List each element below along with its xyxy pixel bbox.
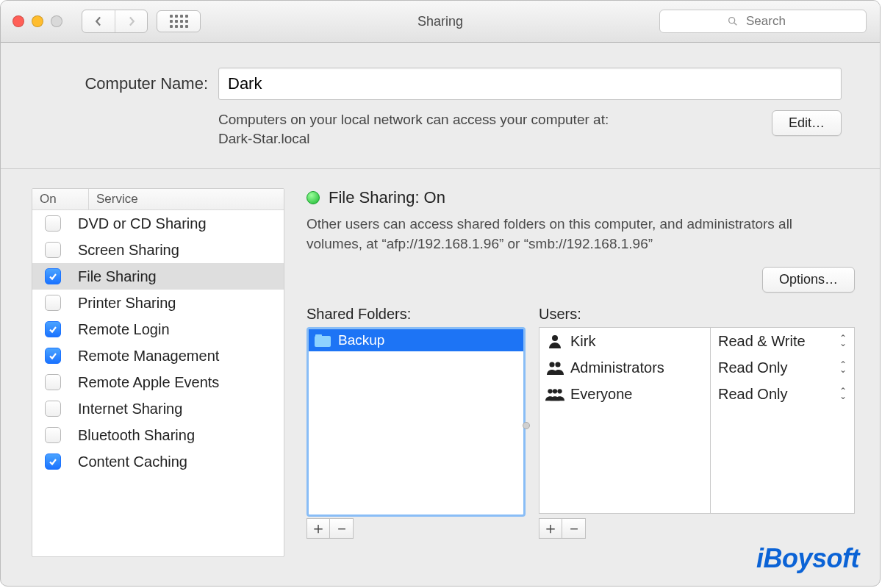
forward-button[interactable]: [115, 10, 147, 32]
options-button[interactable]: Options…: [762, 267, 855, 293]
toolbar: Sharing: [1, 1, 880, 43]
window-title: Sharing: [417, 14, 463, 29]
user-name: Kirk: [570, 333, 595, 350]
service-name: Printer Sharing: [74, 295, 176, 312]
service-name: Screen Sharing: [74, 242, 179, 259]
status-row: File Sharing: On: [306, 188, 855, 207]
permission-stepper-icon[interactable]: ⌃⌄: [839, 362, 847, 373]
services-table[interactable]: On Service DVD or CD SharingScreen Shari…: [32, 188, 284, 557]
local-access-description: Computers on your local network can acce…: [218, 110, 609, 148]
user-row[interactable]: Kirk: [539, 328, 710, 354]
service-checkbox[interactable]: [45, 242, 61, 258]
service-checkbox[interactable]: [45, 453, 61, 470]
shared-folders-buttons: ＋ －: [306, 518, 526, 539]
service-name: DVD or CD Sharing: [74, 215, 207, 232]
service-row[interactable]: Internet Sharing: [32, 395, 284, 422]
permission-row[interactable]: Read Only⌃⌄: [711, 381, 854, 407]
service-checkbox[interactable]: [45, 374, 61, 390]
computer-name-input[interactable]: [218, 68, 842, 100]
service-checkbox[interactable]: [45, 215, 61, 232]
permission-row[interactable]: Read & Write⌃⌄: [711, 328, 854, 354]
service-row[interactable]: Screen Sharing: [32, 237, 284, 263]
check-icon: [49, 325, 57, 334]
window-controls: [12, 15, 62, 27]
service-row[interactable]: Remote Management: [32, 343, 284, 369]
watermark: iBoysoft: [756, 543, 859, 574]
resize-handle-icon[interactable]: [523, 422, 530, 429]
status-description: Other users can access shared folders on…: [306, 215, 843, 254]
shared-folders-label: Shared Folders:: [306, 306, 526, 323]
user-row[interactable]: Everyone: [539, 381, 710, 407]
back-button[interactable]: [82, 10, 115, 32]
check-icon: [49, 272, 57, 281]
service-name: Remote Management: [74, 348, 219, 365]
service-name: Internet Sharing: [74, 401, 182, 417]
permission-row[interactable]: Read Only⌃⌄: [711, 354, 854, 381]
shared-folder-row[interactable]: Backup: [309, 329, 523, 351]
column-service: Service: [89, 189, 146, 209]
svg-point-6: [553, 390, 557, 394]
group-icon: [546, 360, 564, 375]
show-all-button[interactable]: [157, 10, 201, 32]
add-user-button[interactable]: ＋: [539, 518, 562, 539]
column-on: On: [32, 189, 89, 209]
permission-stepper-icon[interactable]: ⌃⌄: [839, 336, 847, 346]
add-folder-button[interactable]: ＋: [306, 518, 330, 539]
search-field[interactable]: [659, 10, 867, 33]
service-row[interactable]: DVD or CD Sharing: [32, 210, 284, 237]
everyone-icon: [545, 387, 564, 401]
service-checkbox[interactable]: [45, 401, 61, 417]
users-label: Users:: [539, 306, 855, 323]
service-detail: File Sharing: On Other users can access …: [306, 188, 855, 557]
service-row[interactable]: Content Caching: [32, 448, 284, 475]
status-title: File Sharing: On: [329, 188, 445, 207]
body: On Service DVD or CD SharingScreen Shari…: [1, 169, 880, 576]
chevron-right-icon: [126, 16, 137, 26]
status-indicator-icon: [306, 191, 320, 204]
service-row[interactable]: Bluetooth Sharing: [32, 422, 284, 448]
shared-folders-column: Shared Folders: Backup ＋ －: [306, 306, 526, 539]
permission-value: Read Only: [718, 386, 788, 403]
user-row[interactable]: Administrators: [539, 354, 710, 381]
minimize-window-button[interactable]: [32, 15, 43, 27]
remove-folder-button[interactable]: －: [330, 518, 354, 539]
search-icon: [727, 15, 739, 27]
service-row[interactable]: Printer Sharing: [32, 290, 284, 316]
svg-point-7: [557, 390, 562, 394]
shared-folders-list[interactable]: Backup: [306, 327, 526, 517]
service-row[interactable]: Remote Login: [32, 316, 284, 343]
service-checkbox[interactable]: [45, 295, 61, 311]
grid-icon: [170, 15, 188, 28]
computer-name-label: Computer Name:: [39, 74, 208, 93]
svg-point-3: [549, 362, 554, 368]
permission-value: Read & Write: [718, 333, 806, 350]
service-name: Content Caching: [74, 453, 187, 470]
check-icon: [49, 457, 57, 466]
svg-point-4: [555, 362, 560, 368]
permission-stepper-icon[interactable]: ⌃⌄: [839, 389, 847, 399]
service-row[interactable]: Remote Apple Events: [32, 369, 284, 395]
user-name: Administrators: [570, 359, 664, 376]
search-input[interactable]: [745, 13, 799, 29]
remove-user-button[interactable]: －: [562, 518, 586, 539]
service-name: File Sharing: [74, 268, 157, 285]
service-name: Bluetooth Sharing: [74, 427, 195, 444]
edit-hostname-button[interactable]: Edit…: [772, 110, 842, 136]
service-row[interactable]: File Sharing: [32, 263, 284, 290]
users-column: Users: KirkAdministratorsEveryone Read &…: [539, 306, 855, 539]
chevron-left-icon: [93, 16, 104, 26]
permission-value: Read Only: [718, 359, 788, 376]
svg-point-2: [552, 335, 558, 341]
users-list[interactable]: KirkAdministratorsEveryone: [539, 327, 711, 514]
nav-segmented: [82, 10, 148, 33]
service-name: Remote Apple Events: [74, 374, 219, 391]
service-checkbox[interactable]: [45, 427, 61, 443]
service-checkbox[interactable]: [45, 348, 61, 364]
close-window-button[interactable]: [12, 15, 24, 27]
svg-point-0: [729, 18, 735, 24]
service-checkbox[interactable]: [45, 321, 61, 337]
permissions-list[interactable]: Read & Write⌃⌄Read Only⌃⌄Read Only⌃⌄: [711, 327, 855, 514]
service-checkbox[interactable]: [45, 268, 61, 284]
user-name: Everyone: [570, 386, 633, 403]
person-icon: [548, 334, 562, 348]
